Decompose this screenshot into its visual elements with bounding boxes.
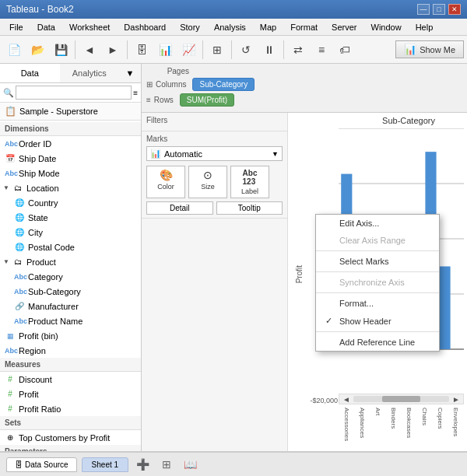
group-product[interactable]: ▼ 🗂 Product xyxy=(0,254,141,269)
scroll-track[interactable] xyxy=(353,396,449,402)
tab-data[interactable]: Data xyxy=(0,64,60,82)
ctx-show-header[interactable]: ✓ Show Header xyxy=(316,312,439,330)
datasource-tab[interactable]: 🗄 Data Source xyxy=(6,457,77,472)
hash-icon: # xyxy=(5,375,16,383)
field-region[interactable]: Abc Region xyxy=(0,343,141,358)
detail-btn[interactable]: Detail xyxy=(146,201,213,215)
toolbar-save[interactable]: 💾 xyxy=(50,39,72,61)
ctx-label: Add Reference Line xyxy=(339,338,415,347)
menu-map[interactable]: Map xyxy=(254,21,283,33)
toolbar-fwd[interactable]: ► xyxy=(102,39,124,61)
label-icon: Abc123 xyxy=(243,169,258,186)
ctx-edit-axis[interactable]: Edit Axis... xyxy=(316,215,439,232)
field-label: State xyxy=(28,213,48,222)
field-top-customers[interactable]: ⊕ Top Customers by Profit xyxy=(0,430,141,445)
close-button[interactable]: ✕ xyxy=(448,4,461,15)
rows-pill[interactable]: SUM(Profit) xyxy=(180,93,234,107)
toolbar-sort[interactable]: ≡ xyxy=(311,39,332,61)
tooltip-btn[interactable]: Tooltip xyxy=(216,201,283,215)
field-discount[interactable]: # Discount xyxy=(0,372,141,387)
new-story-btn[interactable]: 📖 xyxy=(179,455,202,474)
data-source-item[interactable]: 📋 Sample - Superstore xyxy=(0,103,141,121)
menu-help[interactable]: Help xyxy=(409,21,440,33)
toolbar-labels[interactable]: 🏷 xyxy=(334,39,356,61)
y-axis-label: Profit xyxy=(295,265,304,283)
field-profit-bin[interactable]: ▦ Profit (bin) xyxy=(0,328,141,343)
menu-dashboard[interactable]: Dashboard xyxy=(118,21,172,33)
menu-data[interactable]: Data xyxy=(31,21,61,33)
sheet1-tab[interactable]: Sheet 1 xyxy=(82,457,128,472)
search-input[interactable] xyxy=(16,86,132,100)
toolbar-pause[interactable]: ⏸ xyxy=(258,39,280,61)
new-dashboard-btn[interactable]: ⊞ xyxy=(157,455,176,474)
field-ship-mode[interactable]: Abc Ship Mode xyxy=(0,166,141,180)
field-order-id[interactable]: Abc Order ID xyxy=(0,136,141,151)
toolbar-datasource[interactable]: 🗄 xyxy=(131,39,153,61)
globe-icon: 🌐 xyxy=(14,228,25,236)
field-label: City xyxy=(28,228,43,237)
toolbar-open[interactable]: 📂 xyxy=(26,39,48,61)
pages-label: Pages xyxy=(146,67,189,75)
field-manufacturer[interactable]: 🔗 Manufacturer xyxy=(0,299,141,313)
toolbar-chart2[interactable]: 📈 xyxy=(177,39,199,61)
toolbar-filter[interactable]: ⊞ xyxy=(206,39,228,61)
menu-window[interactable]: Window xyxy=(365,21,408,33)
menu-file[interactable]: File xyxy=(3,21,30,33)
scroll-thumb[interactable] xyxy=(382,396,420,402)
tab-analytics[interactable]: Analytics xyxy=(60,64,120,82)
label-btn[interactable]: Abc123 Label xyxy=(230,166,269,198)
field-label: Postal Code xyxy=(28,243,75,252)
field-label: Discount xyxy=(19,375,52,384)
scroll-right-btn[interactable]: ► xyxy=(451,395,462,404)
marks-type-dropdown[interactable]: 📊 Automatic ▼ xyxy=(146,146,283,161)
toolbar-back[interactable]: ◄ xyxy=(79,39,100,61)
ctx-sep-2 xyxy=(316,271,439,272)
field-sub-category[interactable]: Abc Sub-Category xyxy=(0,284,141,299)
toolbar-swap[interactable]: ⇄ xyxy=(287,39,309,61)
ctx-select-marks[interactable]: Select Marks xyxy=(316,253,439,270)
show-me-button[interactable]: 📊 Show Me xyxy=(395,40,464,58)
field-city[interactable]: 🌐 City xyxy=(0,225,141,240)
sort-fields-icon[interactable]: ≡ xyxy=(133,89,138,97)
maximize-button[interactable]: □ xyxy=(433,4,445,15)
field-ship-date[interactable]: 📅 Ship Date xyxy=(0,151,141,166)
group-label: Location xyxy=(26,184,59,193)
viz-right: Sub-Category Profit -$20,000 xyxy=(288,113,467,451)
field-profit-ratio[interactable]: # Profit Ratio xyxy=(0,401,141,416)
toolbar-refresh[interactable]: ↺ xyxy=(235,39,257,61)
toolbar-sep-5 xyxy=(283,40,284,59)
x-label-art: Art xyxy=(370,406,385,451)
color-label: Color xyxy=(157,183,174,191)
field-product-name[interactable]: Abc Product Name xyxy=(0,313,141,328)
group-location[interactable]: ▼ 🗂 Location xyxy=(0,180,141,195)
ctx-add-ref-line[interactable]: Add Reference Line xyxy=(316,334,439,351)
x-label-copiers: Copiers xyxy=(433,406,448,451)
canvas: Filters Marks 📊 Automatic ▼ 🎨 Color xyxy=(142,113,467,451)
ctx-sep-4 xyxy=(316,331,439,332)
field-postal-code[interactable]: 🌐 Postal Code xyxy=(0,240,141,254)
menu-server[interactable]: Server xyxy=(325,21,363,33)
toolbar-chart1[interactable]: 📊 xyxy=(154,39,176,61)
size-btn[interactable]: ⊙ Size xyxy=(188,166,227,198)
field-label: Ship Mode xyxy=(19,169,60,178)
menu-story[interactable]: Story xyxy=(174,21,206,33)
menu-analysis[interactable]: Analysis xyxy=(208,21,252,33)
x-label-appliances: Appliances xyxy=(354,406,370,451)
columns-pill[interactable]: Sub-Category xyxy=(192,78,255,91)
color-btn[interactable]: 🎨 Color xyxy=(146,166,185,198)
field-country[interactable]: 🌐 Country xyxy=(0,195,141,210)
toolbar-new[interactable]: 📄 xyxy=(3,39,25,61)
menu-worksheet[interactable]: Worksheet xyxy=(63,21,116,33)
field-label: Top Customers by Profit xyxy=(19,433,110,443)
field-category[interactable]: Abc Category xyxy=(0,269,141,284)
field-profit[interactable]: # Profit xyxy=(0,387,141,401)
minimize-button[interactable]: — xyxy=(417,4,430,15)
new-sheet-btn[interactable]: ➕ xyxy=(132,455,154,474)
scroll-left-btn[interactable]: ◄ xyxy=(341,395,352,404)
field-state[interactable]: 🌐 State xyxy=(0,210,141,225)
ctx-format[interactable]: Format... xyxy=(316,295,439,312)
panel-options-btn[interactable]: ▼ xyxy=(119,64,141,82)
x-label-accessories: Accessories xyxy=(339,406,354,451)
menu-format[interactable]: Format xyxy=(284,21,324,33)
rows-icon: ≡ xyxy=(146,96,151,104)
